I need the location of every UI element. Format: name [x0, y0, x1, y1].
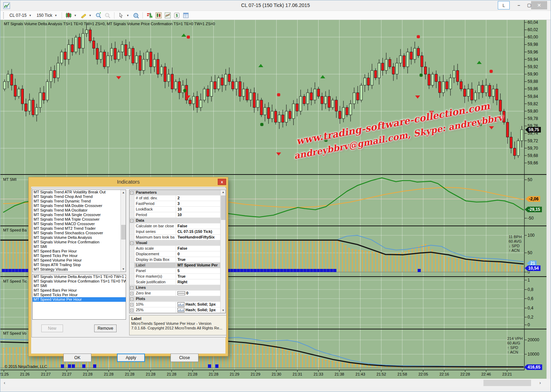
property-row[interactable]: Price marker(s)True: [130, 274, 220, 279]
indicator-list-item[interactable]: MT Signals Trend MACD Crossover: [33, 222, 126, 226]
indicator-list-item[interactable]: MT Signals Trend MA Oscillator: [33, 208, 126, 213]
property-row[interactable]: +25%Hash; Solid; 1px: [130, 307, 220, 313]
indicator-list-item[interactable]: MT Stops ATR Trailing Stop: [33, 263, 126, 267]
account-icon[interactable]: $: [173, 12, 181, 19]
zoom-in-icon[interactable]: [95, 12, 102, 19]
properties-grid[interactable]: −Parameters# of std. dev.2FastPeriod3Loo…: [129, 190, 226, 313]
indicator-list-item[interactable]: MT SMI: [33, 244, 126, 249]
chevron-down-icon[interactable]: ▾: [75, 14, 76, 17]
property-row[interactable]: Display in Data BoxTrue: [130, 257, 220, 263]
property-row[interactable]: Scale justificationRight: [130, 279, 220, 285]
category-label: Plots: [134, 296, 176, 301]
dialog-close-button[interactable]: x: [218, 179, 226, 185]
property-category[interactable]: −Data: [130, 218, 220, 223]
applied-indicator-item[interactable]: MT Speed Bars Per Hour: [33, 288, 126, 293]
link-button[interactable]: L: [498, 1, 510, 9]
property-row[interactable]: Displacement0: [130, 251, 220, 257]
scroll-down-icon[interactable]: ▼: [121, 266, 126, 272]
close-icon[interactable]: ✕: [531, 1, 547, 9]
indicator-list-item[interactable]: MT Signals Trend Stochastics Crossover: [33, 231, 126, 235]
property-row[interactable]: Maximum bars look baTwoHundredFiftySix: [130, 235, 220, 240]
chart-style-icon[interactable]: [65, 12, 72, 19]
instrument-selector[interactable]: CL 07-15: [7, 12, 27, 19]
property-row[interactable]: Period10: [130, 212, 220, 218]
horizontal-scrollbar[interactable]: ‹ ›: [0, 379, 551, 387]
scroll-right-icon[interactable]: ›: [537, 379, 544, 387]
chart-trader-icon[interactable]: [155, 12, 162, 19]
dialog-body: MT Signals Trend ATR Volatility Break Ou…: [31, 186, 226, 354]
indicator-list-item[interactable]: MT Signals Volume Delta Analysis: [33, 235, 126, 240]
collapse-icon[interactable]: −: [130, 298, 133, 301]
applied-indicators-list[interactable]: MT Signals Volume Delta Analysis TS=1 TE…: [32, 274, 126, 320]
indicator-list-item[interactable]: MT Signals Volume Price Confirmation: [33, 240, 126, 244]
indicator-list-item[interactable]: MT Signals Trend MA Single Crossover: [33, 213, 126, 217]
collapse-icon[interactable]: −: [130, 191, 133, 194]
applied-indicator-item[interactable]: MT Speed Ticks Per Hour: [33, 293, 126, 297]
indicator-list-item[interactable]: MT Speed Volume Per Hour: [33, 258, 126, 263]
applied-indicator-item[interactable]: MT Speed Volume Per Hour: [33, 297, 126, 302]
indicator-list-item[interactable]: MT Signals Trend MA Triple Crossover: [33, 217, 126, 222]
ok-button[interactable]: OK: [63, 354, 91, 362]
scroll-down-icon[interactable]: ▼: [221, 308, 226, 313]
dialog-titlebar[interactable]: Indicators x: [29, 177, 228, 186]
chevron-down-icon[interactable]: ▾: [55, 14, 57, 17]
indicator-list-item[interactable]: MT Signals Trend MA Double Crossover: [33, 204, 126, 208]
applied-indicator-item[interactable]: MT Signals Volume Delta Analysis TS=1 TE…: [33, 275, 126, 279]
property-row[interactable]: LabelMT Speed Volume Per: [130, 263, 220, 268]
drawing-tools-icon[interactable]: [79, 12, 87, 19]
indicators-icon[interactable]: [146, 12, 153, 19]
expand-icon[interactable]: +: [130, 303, 133, 306]
collapse-icon[interactable]: −: [130, 286, 133, 290]
property-row[interactable]: Calculate on bar closeFalse: [130, 223, 220, 229]
scrollbar-thumb[interactable]: [121, 225, 126, 240]
property-row[interactable]: Panel5: [130, 268, 220, 274]
toolbar-grip[interactable]: [3, 12, 5, 19]
list-scrollbar[interactable]: ▲▼: [120, 190, 126, 272]
strategies-icon[interactable]: [164, 12, 172, 19]
property-category[interactable]: −Parameters: [130, 190, 220, 195]
indicator-list-item[interactable]: MT Speed Ticks Per Hour: [33, 254, 126, 258]
property-row[interactable]: Auto scaleFalse: [130, 246, 220, 251]
chevron-down-icon[interactable]: ▾: [127, 14, 129, 17]
indicator-list-item[interactable]: MT Signals Trend Chop And Trend: [33, 194, 126, 199]
data-magnifier-icon[interactable]: [132, 12, 140, 19]
indicator-list-item[interactable]: MT Strategy Visuals: [33, 267, 126, 272]
expand-icon[interactable]: +: [130, 309, 133, 312]
available-indicators-list[interactable]: MT Signals Trend ATR Volatility Break Ou…: [32, 190, 126, 272]
indicator-list-item[interactable]: MT Signals Trend Dynamic Trend: [33, 199, 126, 204]
property-category[interactable]: −Plots: [130, 296, 220, 302]
indicator-list-item[interactable]: MT Speed Bars Per Hour: [33, 249, 126, 254]
cursor-icon[interactable]: [117, 12, 125, 19]
property-row[interactable]: Input seriesCL 07-15 (150 Tick): [130, 229, 220, 235]
interval-selector[interactable]: 150 Tick: [34, 12, 53, 19]
collapse-icon[interactable]: −: [130, 219, 133, 222]
apply-button[interactable]: Apply: [117, 354, 145, 362]
property-category[interactable]: −Visual: [130, 240, 220, 246]
remove-button[interactable]: Remove: [94, 325, 117, 332]
chevron-down-icon[interactable]: ▾: [29, 14, 31, 17]
indicator-list-item[interactable]: MT Signals Trend MT2 Trend Trader: [33, 226, 126, 231]
properties-icon[interactable]: [182, 12, 190, 19]
collapse-icon[interactable]: −: [130, 242, 133, 245]
scrollbar-thumb[interactable]: [221, 195, 225, 220]
expand-icon[interactable]: +: [130, 292, 133, 295]
indicator-list-item[interactable]: MT Signals Trend ATR Volatility Break Ou…: [33, 190, 126, 194]
scroll-up-icon[interactable]: ▲: [221, 190, 226, 195]
chevron-down-icon[interactable]: ▾: [89, 14, 91, 17]
property-row[interactable]: LookBack10: [130, 207, 220, 212]
scroll-left-icon[interactable]: ‹: [1, 379, 8, 387]
close-button[interactable]: Close: [170, 354, 198, 362]
scroll-up-icon[interactable]: ▲: [121, 190, 126, 195]
vertical-scrollbar[interactable]: [546, 20, 551, 379]
property-row[interactable]: +Zero line0: [130, 291, 220, 296]
applied-indicator-item[interactable]: MT SMI: [33, 284, 126, 288]
property-category[interactable]: −Lines: [130, 285, 220, 291]
minimize-icon[interactable]: –: [514, 1, 524, 9]
applied-indicator-item[interactable]: MT Signals Volume Price Confirmation TS=…: [33, 279, 126, 284]
scrollbar-thumb[interactable]: [483, 380, 531, 386]
property-row[interactable]: FastPeriod3: [130, 201, 220, 207]
property-row[interactable]: # of std. dev.2: [130, 195, 220, 201]
property-row[interactable]: +10%Hash; Solid; 1px: [130, 302, 220, 307]
line-style-swatch: [177, 291, 185, 295]
grid-scrollbar[interactable]: ▲▼: [220, 190, 225, 313]
